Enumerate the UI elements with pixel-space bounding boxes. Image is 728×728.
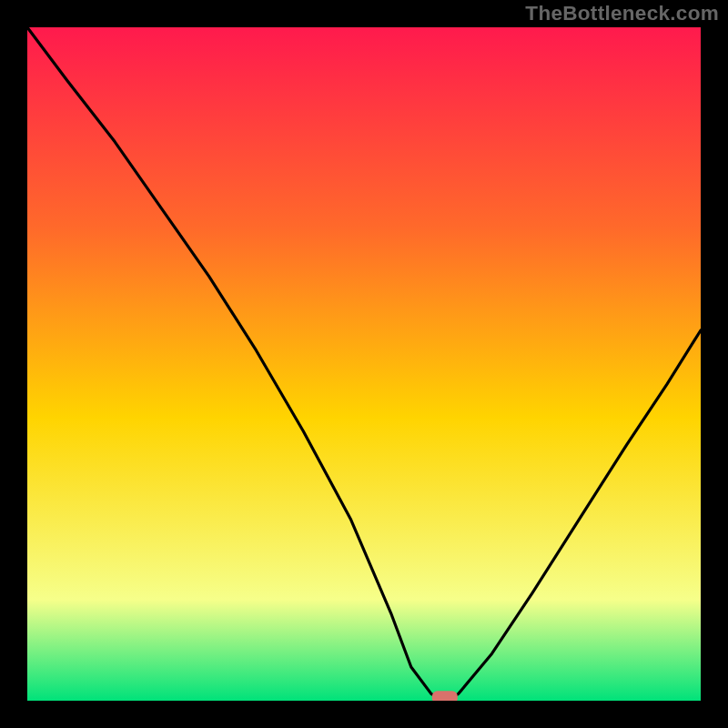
watermark-text: TheBottleneck.com	[525, 2, 719, 25]
plot-svg	[27, 27, 701, 701]
chart-frame: TheBottleneck.com	[0, 0, 728, 728]
optimal-marker	[432, 691, 458, 701]
plot-area	[27, 27, 701, 701]
gradient-background	[27, 27, 701, 701]
